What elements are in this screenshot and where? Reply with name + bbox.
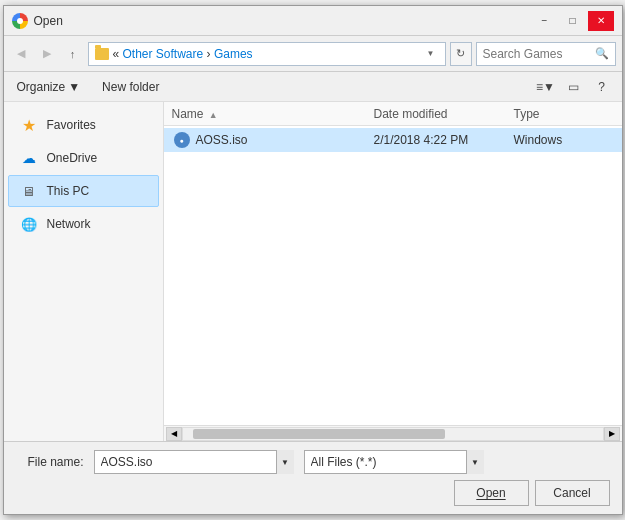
maximize-button[interactable]: □ [560,11,586,31]
filename-input[interactable] [94,450,294,474]
folder-icon [95,48,109,60]
file-list-area: Name ▲ Date modified Type ● AOSS.iso 2/1… [164,102,622,441]
address-path: « Other Software › Games [113,47,419,61]
sidebar-label-favorites: Favorites [47,118,96,132]
file-type: Windows [514,133,614,147]
address-box[interactable]: « Other Software › Games ▼ [88,42,446,66]
path-other-software[interactable]: Other Software [123,47,204,61]
path-games[interactable]: Games [214,47,253,61]
view-toggle-button[interactable]: ≡▼ [534,76,558,98]
dialog-title: Open [34,14,63,28]
file-list: ● AOSS.iso 2/1/2018 4:22 PM Windows [164,126,622,425]
help-button[interactable]: ? [590,76,614,98]
file-item-aoss-iso[interactable]: ● AOSS.iso 2/1/2018 4:22 PM Windows [164,128,622,152]
sidebar: ★ Favorites ☁ OneDrive 🖥 This PC 🌐 [4,102,164,441]
this-pc-icon: 🖥 [19,181,39,201]
minimize-button[interactable]: − [532,11,558,31]
sidebar-label-this-pc: This PC [47,184,90,198]
file-date: 2/1/2018 4:22 PM [374,133,514,147]
sidebar-item-favorites[interactable]: ★ Favorites [8,109,159,141]
new-folder-label: New folder [102,80,159,94]
onedrive-icon: ☁ [19,148,39,168]
sidebar-label-onedrive: OneDrive [47,151,98,165]
search-input[interactable] [483,47,595,61]
pane-button[interactable]: ▭ [562,76,586,98]
open-button[interactable]: Open [454,480,529,506]
view-icon: ≡▼ [536,80,555,94]
open-dialog: Open − □ ✕ ◀ ▶ ↑ « Other Software › Game… [3,5,623,515]
sidebar-item-onedrive[interactable]: ☁ OneDrive [8,142,159,174]
cancel-button[interactable]: Cancel [535,480,610,506]
organize-label: Organize [17,80,66,94]
filetype-wrapper: All Files (*.*) ISO Files (*.iso) All su… [304,450,484,474]
scroll-thumb[interactable] [193,429,445,439]
refresh-button[interactable]: ↻ [450,42,472,66]
iso-file-icon: ● [172,132,192,148]
favorites-icon: ★ [19,115,39,135]
network-icon: 🌐 [19,214,39,234]
column-date[interactable]: Date modified [374,107,514,121]
filename-row: File name: ▼ All Files (*.*) ISO Files (… [14,450,612,474]
scroll-left-button[interactable]: ◀ [166,427,182,441]
forward-button[interactable]: ▶ [36,43,58,65]
action-row: Open Cancel [14,480,612,506]
column-name[interactable]: Name ▲ [172,107,374,121]
bottom-bar: File name: ▼ All Files (*.*) ISO Files (… [4,441,622,514]
sidebar-label-network: Network [47,217,91,231]
scroll-right-button[interactable]: ▶ [604,427,620,441]
address-bar: ◀ ▶ ↑ « Other Software › Games ▼ ↻ 🔍 [4,36,622,72]
search-icon[interactable]: 🔍 [595,47,609,60]
search-box[interactable]: 🔍 [476,42,616,66]
chrome-icon [12,13,28,29]
help-icon: ? [598,80,605,94]
column-type[interactable]: Type [514,107,614,121]
organize-arrow: ▼ [68,80,80,94]
sidebar-item-this-pc[interactable]: 🖥 This PC [8,175,159,207]
sidebar-item-network[interactable]: 🌐 Network [8,208,159,240]
address-dropdown-arrow[interactable]: ▼ [423,43,439,65]
main-content: ★ Favorites ☁ OneDrive 🖥 This PC 🌐 [4,102,622,441]
sort-arrow-name: ▲ [209,110,218,120]
back-button[interactable]: ◀ [10,43,32,65]
toolbar-right: ≡▼ ▭ ? [534,76,614,98]
filetype-select[interactable]: All Files (*.*) ISO Files (*.iso) All su… [304,450,484,474]
new-folder-button[interactable]: New folder [97,76,164,98]
scroll-track[interactable] [182,427,604,441]
title-bar: Open − □ ✕ [4,6,622,36]
title-bar-left: Open [12,13,63,29]
close-button[interactable]: ✕ [588,11,614,31]
filename-dropdown-button[interactable]: ▼ [276,450,294,474]
file-list-header: Name ▲ Date modified Type [164,102,622,126]
pane-icon: ▭ [568,80,579,94]
title-bar-controls: − □ ✕ [532,11,614,31]
horizontal-scrollbar[interactable]: ◀ ▶ [164,425,622,441]
filename-label: File name: [14,455,84,469]
file-name: AOSS.iso [196,133,374,147]
filename-input-wrapper: ▼ [94,450,294,474]
organize-button[interactable]: Organize ▼ [12,76,86,98]
toolbar: Organize ▼ New folder ≡▼ ▭ ? [4,72,622,102]
up-button[interactable]: ↑ [62,43,84,65]
